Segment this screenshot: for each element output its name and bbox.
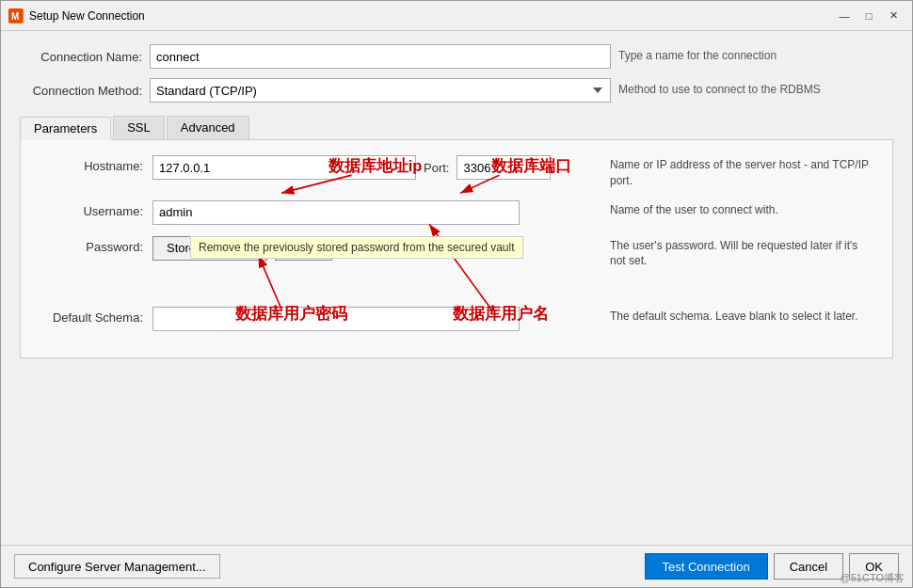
hostname-row: Hostname: Port: Name or IP address of th…	[40, 155, 873, 189]
schema-controls	[152, 307, 602, 331]
maximize-button[interactable]: □	[857, 7, 880, 25]
username-hint: Name of the user to connect with.	[610, 200, 873, 218]
password-tooltip: Remove the previously stored password fr…	[190, 236, 523, 259]
parameters-panel: Hostname: Port: Name or IP address of th…	[20, 140, 893, 358]
cancel-button[interactable]: Cancel	[774, 553, 843, 580]
connection-name-hint: Type a name for the connection	[618, 49, 882, 64]
username-row: Username: Name of the user to connect wi…	[40, 200, 873, 225]
watermark: @51CTO博客	[841, 571, 905, 585]
svg-text:M: M	[11, 11, 19, 22]
hostname-controls: Port:	[152, 155, 602, 180]
minimize-button[interactable]: —	[833, 7, 856, 25]
bottom-bar: Configure Server Management... Test Conn…	[1, 545, 912, 587]
main-window: M Setup New Connection — □ ✕ Connection …	[0, 0, 913, 588]
password-label: Password:	[40, 236, 152, 254]
hostname-label: Hostname:	[40, 155, 152, 173]
connection-method-row: Connection Method: Standard (TCP/IP) Met…	[20, 78, 893, 103]
mysql-icon: M	[8, 8, 24, 24]
tab-ssl[interactable]: SSL	[113, 116, 165, 139]
connection-method-hint: Method to use to connect to the RDBMS	[618, 83, 882, 98]
schema-input[interactable]	[152, 307, 520, 331]
connection-name-label: Connection Name:	[20, 50, 142, 64]
tab-advanced[interactable]: Advanced	[167, 116, 249, 139]
hostname-hint: Name or IP address of the server host - …	[610, 155, 873, 189]
title-bar-left: M Setup New Connection	[8, 8, 145, 24]
window-title: Setup New Connection	[29, 9, 145, 23]
title-controls: — □ ✕	[833, 7, 905, 25]
port-label: Port:	[424, 161, 449, 175]
tooltip-text: Remove the previously stored password fr…	[199, 241, 515, 254]
configure-server-button[interactable]: Configure Server Management...	[14, 554, 220, 579]
title-bar: M Setup New Connection — □ ✕	[1, 1, 912, 31]
password-hint: The user's password. Will be requested l…	[610, 236, 873, 270]
username-controls	[152, 200, 602, 225]
tab-parameters[interactable]: Parameters	[20, 117, 111, 140]
username-input[interactable]	[152, 200, 520, 225]
schema-label: Default Schema:	[40, 307, 152, 325]
close-button[interactable]: ✕	[882, 7, 905, 25]
username-label: Username:	[40, 200, 152, 218]
connection-method-label: Connection Method:	[20, 84, 142, 98]
port-input[interactable]	[456, 155, 551, 180]
params-inner: Hostname: Port: Name or IP address of th…	[40, 155, 873, 342]
connection-method-select[interactable]: Standard (TCP/IP)	[150, 78, 611, 103]
main-content: Connection Name: Type a name for the con…	[1, 31, 912, 545]
hostname-input[interactable]	[152, 155, 416, 180]
connection-name-row: Connection Name: Type a name for the con…	[20, 44, 893, 69]
schema-row: Default Schema: The default schema. Leav…	[40, 307, 873, 331]
test-connection-button[interactable]: Test Connection	[645, 553, 768, 580]
connection-name-input[interactable]	[150, 44, 611, 69]
schema-hint: The default schema. Leave blank to selec…	[610, 307, 873, 325]
tab-bar: Parameters SSL Advanced	[20, 116, 893, 140]
